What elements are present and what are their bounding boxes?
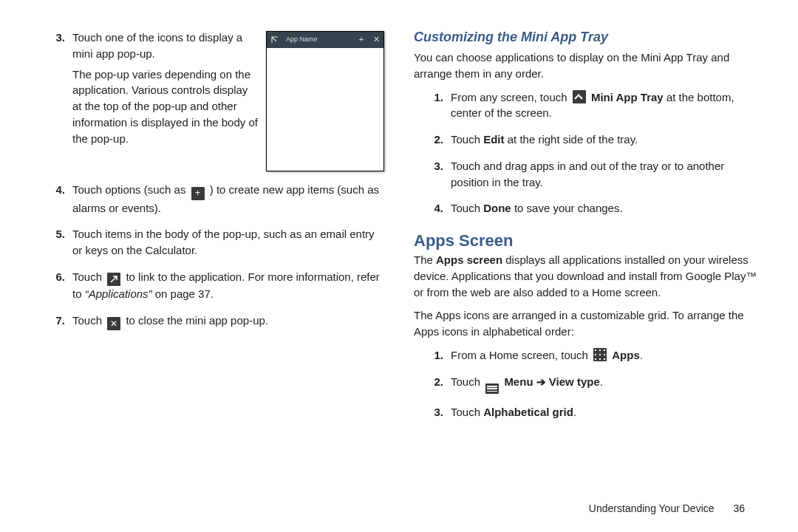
list-marker: 6.: [35, 269, 72, 307]
right-column: Customizing the Mini App Tray You can ch…: [399, 30, 763, 508]
footer-section-name: Understanding Your Device: [589, 502, 715, 514]
text: Touch: [451, 406, 483, 418]
cust-step-2-text: Touch Edit at the right side of the tray…: [451, 132, 763, 148]
close-icon: ✕: [107, 317, 120, 330]
apps-step-3-text: Touch Alphabetical grid.: [451, 404, 763, 420]
bold-text: Mini App Tray: [591, 91, 664, 103]
text: Touch options (such as: [72, 183, 189, 196]
text: .: [573, 406, 576, 418]
text: Touch: [72, 270, 105, 283]
text: Touch: [72, 314, 105, 327]
step-6-text: Touch to link to the application. For mo…: [72, 269, 384, 302]
cust-step-4-text: Touch Done to save your changes.: [451, 200, 763, 216]
footer-page-number: 36: [733, 502, 745, 514]
section-heading-apps-screen: Apps Screen: [414, 231, 763, 250]
step-4: 4. Touch options (such as + ) to create …: [35, 182, 384, 220]
customizing-intro: You can choose applications to display o…: [414, 50, 763, 82]
plus-icon: +: [354, 32, 369, 48]
text: .: [640, 349, 643, 361]
apps-screen-p1: The Apps screen displays all application…: [414, 252, 763, 300]
text: to close the mini app pop-up.: [126, 314, 268, 327]
cust-step-1: 1. From any screen, touch Mini App Tray …: [414, 89, 763, 126]
expand-arrow-icon: [267, 32, 283, 48]
page: 3. App Name + ✕ Touch one of th: [0, 0, 798, 532]
apps-step-1-text: From a Home screen, touch Apps.: [451, 347, 763, 364]
popup-body: [267, 48, 383, 171]
apps-step-2: 2. Touch Menu ➔ View type.: [414, 374, 763, 399]
page-footer: Understanding Your Device 36: [589, 502, 745, 514]
mini-app-popup-figure: App Name + ✕: [266, 31, 384, 171]
step-6: 6. Touch to link to the application. For…: [35, 269, 384, 307]
text: Touch: [451, 202, 483, 214]
text: on page 37.: [155, 287, 214, 300]
text: at the right side of the tray.: [508, 133, 638, 146]
bold-text: Apps screen: [436, 253, 502, 266]
cust-step-3: 3. Touch and drag apps in and out of the…: [414, 158, 763, 195]
cust-step-4: 4. Touch Done to save your changes.: [414, 200, 763, 221]
list-marker: 5.: [35, 226, 72, 263]
link-arrow-icon: [107, 273, 120, 286]
step-7: 7. Touch ✕ to close the mini app pop-up.: [35, 313, 384, 335]
apps-step-1: 1. From a Home screen, touch Apps.: [414, 347, 763, 368]
step-5-text: Touch items in the body of the pop-up, s…: [72, 226, 384, 259]
text: to save your changes.: [514, 202, 623, 214]
step-4-text: Touch options (such as + ) to create new…: [72, 182, 384, 216]
step-5: 5. Touch items in the body of the pop-up…: [35, 226, 384, 263]
apps-screen-p2: The Apps icons are arranged in a customi…: [414, 307, 763, 340]
list-marker: 7.: [35, 313, 72, 335]
cross-reference: “Applications”: [85, 287, 152, 300]
list-marker: 3.: [414, 404, 451, 425]
bold-text: Alphabetical grid: [483, 406, 573, 418]
bold-text: Menu ➔ View type: [504, 375, 599, 388]
plus-icon: +: [191, 187, 205, 200]
step-3: 3. App Name + ✕ Touch one of th: [35, 30, 384, 176]
text: From a Home screen, touch: [451, 349, 591, 361]
cust-step-1-text: From any screen, touch Mini App Tray at …: [451, 89, 763, 122]
list-marker: 2.: [414, 132, 451, 152]
list-marker: 1.: [414, 89, 451, 126]
text: Touch: [451, 375, 483, 388]
popup-title: App Name: [283, 35, 354, 44]
left-column: 3. App Name + ✕ Touch one of th: [35, 30, 399, 508]
bold-text: Done: [483, 202, 511, 214]
subheading-customizing: Customizing the Mini App Tray: [414, 30, 763, 45]
list-marker: 1.: [414, 347, 451, 368]
apps-step-3: 3. Touch Alphabetical grid.: [414, 404, 763, 425]
text: The: [414, 253, 436, 266]
apps-step-2-text: Touch Menu ➔ View type.: [451, 374, 763, 395]
list-marker: 2.: [414, 374, 451, 399]
list-marker: 4.: [414, 200, 451, 221]
chevron-up-icon: [573, 90, 586, 103]
apps-grid-icon: [593, 348, 607, 361]
bold-text: Edit: [483, 133, 504, 146]
cust-step-2: 2. Touch Edit at the right side of the t…: [414, 132, 763, 152]
text: .: [600, 375, 603, 388]
list-marker: 4.: [35, 182, 72, 220]
cust-step-3-text: Touch and drag apps in and out of the tr…: [451, 158, 763, 191]
close-icon: ✕: [369, 32, 383, 48]
menu-lines-icon: [485, 383, 499, 394]
list-marker: 3.: [414, 158, 451, 195]
list-marker: 3.: [35, 30, 72, 176]
text: Touch: [451, 133, 483, 146]
bold-text: Apps: [612, 349, 640, 361]
popup-header: App Name + ✕: [267, 32, 383, 48]
text: From any screen, touch: [451, 91, 570, 103]
step-7-text: Touch ✕ to close the mini app pop-up.: [72, 313, 384, 331]
